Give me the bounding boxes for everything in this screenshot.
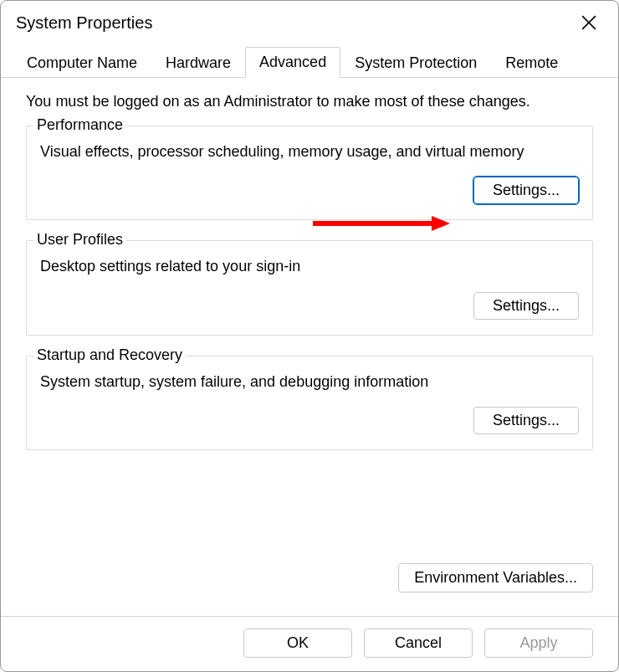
user-profiles-desc: Desktop settings related to your sign-in — [40, 256, 579, 276]
environment-variables-button[interactable]: Environment Variables... — [398, 563, 593, 592]
user-profiles-legend: User Profiles — [33, 231, 126, 249]
tab-remote[interactable]: Remote — [491, 48, 572, 78]
close-icon — [581, 15, 596, 30]
tab-strip: Computer Name Hardware Advanced System P… — [1, 41, 618, 78]
startup-recovery-group: Startup and Recovery System startup, sys… — [26, 356, 593, 450]
startup-recovery-legend: Startup and Recovery — [33, 346, 186, 364]
tab-hardware[interactable]: Hardware — [151, 48, 245, 78]
cancel-button[interactable]: Cancel — [364, 628, 473, 658]
system-properties-window: System Properties Computer Name Hardware… — [0, 0, 619, 672]
user-profiles-settings-button[interactable]: Settings... — [473, 292, 579, 320]
performance-settings-button[interactable]: Settings... — [473, 177, 579, 204]
close-button[interactable] — [580, 11, 603, 34]
startup-recovery-btn-row: Settings... — [40, 407, 579, 434]
performance-legend: Performance — [33, 116, 126, 134]
performance-btn-row: Settings... — [40, 177, 579, 204]
dialog-footer: OK Cancel Apply — [1, 616, 618, 671]
env-vars-row: Environment Variables... — [1, 563, 618, 592]
user-profiles-group: User Profiles Desktop settings related t… — [26, 240, 593, 335]
tab-content-advanced: You must be logged on as an Administrato… — [1, 78, 618, 568]
titlebar: System Properties — [1, 1, 618, 41]
startup-recovery-settings-button[interactable]: Settings... — [473, 407, 579, 434]
admin-notice: You must be logged on as an Administrato… — [26, 93, 593, 110]
window-title: System Properties — [16, 13, 152, 33]
tab-computer-name[interactable]: Computer Name — [13, 48, 151, 78]
ok-button[interactable]: OK — [243, 628, 352, 658]
startup-recovery-desc: System startup, system failure, and debu… — [40, 372, 579, 392]
apply-button[interactable]: Apply — [484, 628, 593, 658]
performance-group: Performance Visual effects, processor sc… — [26, 126, 593, 220]
tab-advanced[interactable]: Advanced — [245, 47, 340, 78]
tab-system-protection[interactable]: System Protection — [340, 48, 491, 78]
user-profiles-btn-row: Settings... — [40, 292, 579, 320]
performance-desc: Visual effects, processor scheduling, me… — [40, 141, 579, 162]
